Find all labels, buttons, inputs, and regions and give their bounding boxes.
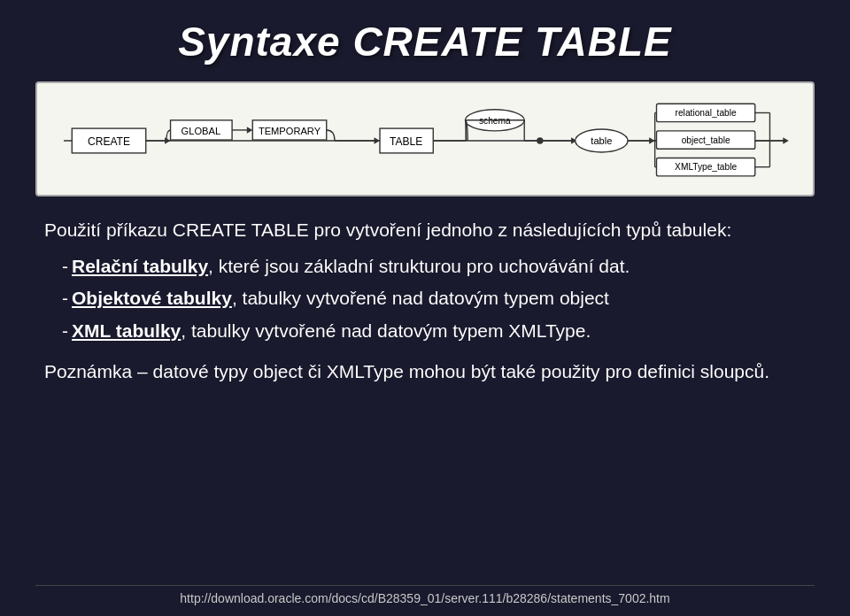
svg-marker-19 [649,137,654,143]
footer-link[interactable]: http://download.oracle.com/docs/cd/B2835… [180,591,669,605]
create-label: CREATE [88,135,130,148]
xml-tables-rest: , tabulky vytvořené nad datovým typem XM… [181,317,591,346]
list-item-relational: Relační tabulky, které jsou základní str… [62,252,806,281]
bullet-list: Relační tabulky, které jsou základní str… [44,252,806,346]
svg-marker-3 [165,137,170,143]
table-label: TABLE [390,135,422,148]
svg-marker-32 [783,137,788,143]
relational-tables-rest: , které jsou základní strukturou pro uch… [208,252,630,281]
list-item-object: Objektové tabulky, tabulky vytvořené nad… [62,284,806,313]
syntax-diagram: CREATE GLOBAL TEMPORARY TABLE [35,81,815,196]
page: Syntaxe CREATE TABLE CREATE GLOBAL TEMPO… [0,0,850,616]
footer: http://download.oracle.com/docs/cd/B2835… [35,585,815,607]
xmltype-table-label: XMLType_table [675,162,737,172]
table2-label: table [591,135,612,146]
object-tables-rest: , tabulky vytvořené nad datovým typem ob… [232,284,609,313]
xml-tables-term: XML tabulky [72,317,181,346]
list-item-xml: XML tabulky, tabulky vytvořené nad datov… [62,317,806,346]
global-label: GLOBAL [182,126,220,136]
svg-marker-6 [247,127,252,133]
relational-table-label: relational_table [676,108,737,118]
intro-text: Použití příkazu CREATE TABLE pro vytvoře… [44,216,806,245]
note-text: Poznámka – datové typy object či XMLType… [44,358,806,386]
relational-tables-term: Relační tabulky [72,252,208,281]
svg-marker-9 [375,137,380,143]
temporary-label: TEMPORARY [259,126,321,136]
object-tables-term: Objektové tabulky [72,284,232,313]
object-table-label: object_table [682,135,730,145]
content-area: Použití příkazu CREATE TABLE pro vytvoře… [35,216,815,585]
page-title: Syntaxe CREATE TABLE [35,18,815,65]
